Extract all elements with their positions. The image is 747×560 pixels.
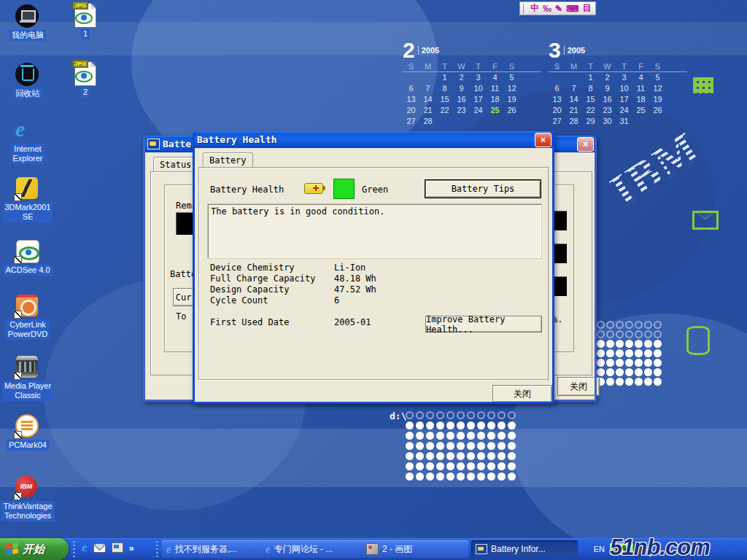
language-indicator[interactable]: EN bbox=[594, 545, 605, 553]
calendar-weekday: M bbox=[565, 61, 582, 71]
desktop-icon-media-player-classic[interactable]: Media Player Classic bbox=[0, 355, 55, 401]
calendar-day: 24 bbox=[470, 105, 487, 116]
desktop-icon-thinkvantage[interactable]: IBM ThinkVantage Technologies bbox=[0, 475, 55, 521]
task-button-paint[interactable]: 2 - 画图 bbox=[362, 540, 468, 558]
detail-value: 6 bbox=[334, 295, 339, 306]
battery-health-label: Battery Health bbox=[210, 184, 284, 195]
quick-launch-mail-icon[interactable] bbox=[93, 543, 106, 553]
calendar-day: 27 bbox=[403, 116, 419, 127]
dot-matrix-right bbox=[597, 321, 663, 387]
close-button[interactable]: × bbox=[577, 137, 594, 152]
calendar-day bbox=[403, 72, 419, 83]
health-status-text: Green bbox=[362, 184, 388, 195]
task-button-forum[interactable]: e 专门网论坛 - ... bbox=[261, 540, 366, 558]
task-button-battery-information[interactable]: Battery Infor... bbox=[471, 540, 578, 558]
close-button[interactable]: × bbox=[535, 133, 551, 147]
ime-punctuation-icon[interactable]: ‰ bbox=[543, 4, 551, 14]
calendar-month: 2 bbox=[403, 38, 415, 62]
task-label: Battery Infor... bbox=[491, 544, 546, 554]
calendar-weekday: F bbox=[632, 61, 649, 71]
icon-label: Media Player Classic bbox=[2, 381, 53, 401]
cylinder-icon bbox=[686, 326, 710, 355]
ime-language-bar[interactable]: 中 ‰ ✎ ⌨ 目 bbox=[519, 1, 596, 15]
battery-health-titlebar[interactable]: Battery Health × bbox=[193, 131, 554, 148]
calendar-march: 32005 SMTWTFS 12345678910111213141516171… bbox=[549, 40, 687, 127]
improve-battery-health-button[interactable]: Improve Battery Health... bbox=[425, 316, 542, 332]
acdsee-icon bbox=[15, 239, 40, 262]
start-button[interactable]: 开始 bbox=[0, 538, 69, 560]
icon-label: 我的电脑 bbox=[9, 30, 46, 41]
calendar-day: 10 bbox=[616, 83, 632, 94]
taskbar-grip[interactable] bbox=[73, 541, 75, 557]
calendar-day: 22 bbox=[436, 105, 453, 116]
calendar-days: 1234567891011121314151617181920212223242… bbox=[549, 72, 687, 127]
calendar-day bbox=[649, 116, 666, 127]
calendar-day: 14 bbox=[565, 94, 582, 105]
ime-pen-icon[interactable]: ✎ bbox=[555, 4, 562, 14]
quick-launch-more-chevron[interactable]: » bbox=[129, 542, 134, 553]
close-dialog-button[interactable]: 关闭 bbox=[557, 377, 600, 396]
calendar-day: 29 bbox=[582, 116, 599, 127]
calendar-day: 28 bbox=[565, 116, 582, 127]
desktop-icon-jpg-1[interactable]: JPG 1 bbox=[60, 3, 111, 39]
icon-label: 3DMark2001 SE bbox=[3, 202, 53, 222]
tab-status[interactable]: Status bbox=[153, 157, 198, 171]
envelope-icon bbox=[692, 211, 719, 230]
calendar-day: 13 bbox=[549, 94, 565, 105]
calendar-day: 30 bbox=[599, 116, 616, 127]
calendar-weekday: F bbox=[487, 61, 503, 71]
calendar-weekday: T bbox=[616, 61, 632, 71]
desktop-icon-jpg-2[interactable]: JPG 2 bbox=[60, 61, 111, 98]
icon-label: 1 bbox=[81, 28, 90, 39]
battery-tips-button[interactable]: Battery Tips bbox=[425, 180, 541, 198]
icon-label: ACDSee 4.0 bbox=[3, 265, 52, 276]
ime-chinese-icon[interactable]: 中 bbox=[530, 2, 539, 15]
calendar-weekday: S bbox=[549, 61, 565, 71]
grid-icon bbox=[693, 77, 713, 93]
close-dialog-button[interactable]: 关闭 bbox=[492, 385, 552, 402]
condition-textbox[interactable]: The battery is in good condition. bbox=[207, 203, 542, 259]
windows-flag-icon bbox=[6, 542, 18, 556]
health-status-swatch bbox=[333, 179, 355, 199]
calendar-weekday: S bbox=[649, 61, 666, 71]
icon-label: 回收站 bbox=[14, 88, 42, 99]
tab-battery[interactable]: Battery bbox=[203, 152, 253, 167]
desktop-icon-internet-explorer[interactable]: e Internet Explorer bbox=[0, 118, 55, 164]
calendar-day: 23 bbox=[599, 105, 616, 116]
task-button-server-not-found[interactable]: e 找不到服务器,... bbox=[162, 540, 266, 558]
battery-app-icon bbox=[147, 139, 160, 149]
calendar-day: 26 bbox=[649, 105, 666, 116]
battery-health-body: Battery Battery Health Green Battery Tip… bbox=[195, 148, 552, 402]
ime-grip[interactable] bbox=[523, 4, 527, 13]
calendar-day: 18 bbox=[487, 94, 503, 105]
calendar-title: 32005 bbox=[549, 40, 687, 61]
calendar-day bbox=[632, 116, 649, 127]
quick-launch-ie-icon[interactable]: e bbox=[82, 540, 88, 555]
calendar-day: 21 bbox=[419, 105, 436, 116]
calendar-day: 4 bbox=[632, 72, 649, 83]
jpg-badge: JPG bbox=[72, 1, 88, 9]
desktop-icon-powerdvd[interactable]: CyberLink PowerDVD bbox=[0, 294, 55, 340]
desktop-icon-recycle-bin[interactable]: 回收站 bbox=[0, 63, 55, 99]
ime-menu-icon[interactable]: 目 bbox=[582, 2, 591, 15]
battery-health-window: Battery Health × Battery Battery Health … bbox=[193, 131, 554, 404]
desktop-icon-3dmark2001[interactable]: 3DMark2001 SE bbox=[0, 176, 55, 222]
calendar-day: 19 bbox=[503, 94, 520, 105]
calendar-month: 3 bbox=[549, 38, 561, 62]
calendar-day: 11 bbox=[632, 83, 649, 94]
detail-value: 47.52 Wh bbox=[334, 284, 376, 295]
quick-launch-show-desktop-icon[interactable] bbox=[112, 542, 123, 553]
first-used-value: 2005-01 bbox=[334, 317, 371, 327]
calendar-day: 16 bbox=[599, 94, 616, 105]
calendar-day: 17 bbox=[616, 94, 632, 105]
task-label: 专门网论坛 - ... bbox=[274, 543, 333, 556]
media-player-classic-icon bbox=[15, 355, 40, 378]
desktop-icon-my-computer[interactable]: 我的电脑 bbox=[0, 4, 55, 41]
calendar-february: 22005 SMTWTFS 12345678910111213141516171… bbox=[403, 40, 541, 127]
desktop-icon-pcmark04[interactable]: PCMark04 bbox=[0, 414, 55, 451]
ime-keyboard-icon[interactable]: ⌨ bbox=[566, 4, 578, 14]
jpg-badge: JPG bbox=[72, 60, 88, 68]
desktop-icon-acdsee[interactable]: ACDSee 4.0 bbox=[0, 239, 55, 276]
taskbar-grip[interactable] bbox=[156, 541, 158, 557]
calendar-day: 31 bbox=[616, 116, 632, 127]
